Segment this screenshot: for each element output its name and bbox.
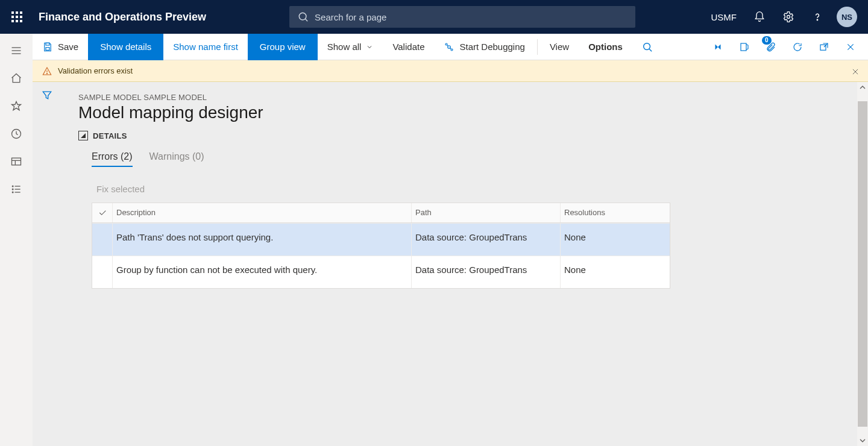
svg-point-9 bbox=[299, 13, 306, 20]
svg-point-22 bbox=[12, 189, 13, 190]
breadcrumb: SAMPLE MODEL SAMPLE MODEL bbox=[78, 93, 856, 102]
scrollbar[interactable] bbox=[857, 82, 868, 446]
collapse-icon bbox=[78, 131, 88, 140]
nav-recent[interactable] bbox=[0, 122, 33, 146]
message-text: Validation errors exist bbox=[58, 66, 133, 75]
select-all-header[interactable] bbox=[92, 203, 113, 222]
svg-rect-5 bbox=[20, 16, 22, 18]
svg-point-12 bbox=[817, 19, 817, 20]
attachments-badge: 0 bbox=[762, 36, 772, 45]
find-button[interactable] bbox=[632, 34, 662, 60]
errors-grid: Description Path Resolutions Path 'Trans… bbox=[92, 203, 670, 289]
nav-hamburger[interactable] bbox=[0, 39, 33, 63]
svg-rect-6 bbox=[11, 20, 14, 22]
scroll-up-icon[interactable] bbox=[860, 82, 866, 93]
table-row[interactable]: Path 'Trans' does not support querying. … bbox=[92, 223, 670, 256]
svg-rect-8 bbox=[20, 20, 22, 22]
svg-point-41 bbox=[46, 73, 47, 74]
search-box[interactable] bbox=[289, 6, 635, 28]
cell-path: Data source: GroupedTrans bbox=[412, 256, 561, 288]
svg-rect-26 bbox=[46, 43, 49, 45]
scroll-thumb[interactable] bbox=[858, 101, 867, 427]
save-icon bbox=[42, 42, 53, 52]
message-close[interactable] bbox=[849, 65, 862, 78]
show-details-button[interactable]: Show details bbox=[88, 34, 163, 60]
svg-point-11 bbox=[787, 16, 790, 19]
tab-errors[interactable]: Errors (2) bbox=[92, 151, 133, 167]
refresh-button[interactable] bbox=[785, 34, 810, 60]
company-label[interactable]: USMF bbox=[704, 12, 744, 22]
svg-rect-27 bbox=[46, 47, 49, 50]
show-all-label: Show all bbox=[327, 42, 362, 52]
svg-line-32 bbox=[450, 48, 451, 49]
page: SAMPLE MODEL SAMPLE MODEL Model mapping … bbox=[61, 82, 868, 446]
view-menu[interactable]: View bbox=[540, 34, 579, 60]
fix-selected-button[interactable]: Fix selected bbox=[96, 184, 856, 194]
attachments-button[interactable]: 0 bbox=[758, 34, 784, 60]
svg-rect-0 bbox=[11, 11, 14, 14]
nav-home[interactable] bbox=[0, 66, 33, 90]
filter-icon[interactable] bbox=[41, 89, 53, 446]
svg-point-33 bbox=[644, 43, 650, 49]
start-debugging-button[interactable]: Start Debugging bbox=[434, 34, 534, 60]
page-title: Model mapping designer bbox=[78, 103, 856, 122]
cell-path: Data source: GroupedTrans bbox=[412, 224, 561, 256]
help-button[interactable] bbox=[804, 0, 831, 34]
svg-point-29 bbox=[445, 43, 447, 45]
search-input[interactable] bbox=[315, 12, 627, 22]
svg-rect-2 bbox=[20, 11, 22, 14]
save-button[interactable]: Save bbox=[33, 34, 88, 60]
svg-rect-4 bbox=[16, 16, 18, 18]
col-path[interactable]: Path bbox=[412, 203, 561, 222]
start-debugging-label: Start Debugging bbox=[459, 42, 524, 52]
close-button[interactable] bbox=[838, 34, 863, 60]
svg-line-31 bbox=[447, 45, 448, 46]
message-bar: Validation errors exist bbox=[33, 60, 868, 82]
filter-rail bbox=[33, 82, 61, 446]
app-title: Finance and Operations Preview bbox=[34, 11, 206, 24]
separator bbox=[537, 39, 538, 55]
action-bar: Save Show details Show name first Group … bbox=[33, 34, 868, 60]
personalize-button[interactable] bbox=[705, 34, 731, 60]
col-resolutions[interactable]: Resolutions bbox=[561, 203, 671, 222]
svg-point-30 bbox=[451, 49, 453, 51]
section-label: DETAILS bbox=[93, 131, 127, 140]
svg-line-34 bbox=[649, 49, 652, 51]
grid-header: Description Path Resolutions bbox=[92, 203, 670, 223]
nav-favorites[interactable] bbox=[0, 94, 33, 118]
svg-rect-1 bbox=[16, 11, 18, 14]
svg-rect-17 bbox=[12, 158, 21, 165]
search-icon bbox=[298, 11, 309, 22]
settings-button[interactable] bbox=[775, 0, 802, 34]
svg-point-24 bbox=[12, 192, 13, 193]
nav-workspaces[interactable] bbox=[0, 149, 33, 174]
tab-warnings[interactable]: Warnings (0) bbox=[149, 151, 204, 167]
save-label: Save bbox=[58, 42, 78, 52]
row-selector[interactable] bbox=[92, 256, 113, 288]
popout-button[interactable] bbox=[811, 34, 837, 60]
validate-button[interactable]: Validate bbox=[383, 34, 434, 60]
cell-description: Group by function can not be executed wi… bbox=[113, 256, 412, 288]
app-launcher[interactable] bbox=[5, 0, 29, 34]
open-office-button[interactable] bbox=[732, 34, 757, 60]
cell-resolutions: None bbox=[561, 224, 671, 256]
show-all-dropdown[interactable]: Show all bbox=[318, 34, 383, 60]
left-rail bbox=[0, 34, 33, 446]
row-selector[interactable] bbox=[92, 224, 113, 256]
avatar[interactable]: NS bbox=[837, 7, 857, 27]
scroll-down-icon[interactable] bbox=[860, 435, 866, 446]
chevron-down-icon bbox=[366, 43, 373, 51]
svg-rect-3 bbox=[11, 16, 14, 18]
nav-modules[interactable] bbox=[0, 177, 33, 201]
table-row[interactable]: Group by function can not be executed wi… bbox=[92, 256, 670, 288]
notifications-button[interactable] bbox=[746, 0, 773, 34]
warning-icon bbox=[42, 66, 52, 76]
svg-line-10 bbox=[306, 19, 308, 22]
show-name-first-button[interactable]: Show name first bbox=[163, 34, 248, 60]
options-menu[interactable]: Options bbox=[579, 34, 632, 60]
cell-resolutions: None bbox=[561, 256, 671, 288]
col-description[interactable]: Description bbox=[113, 203, 412, 222]
debug-icon bbox=[444, 42, 454, 52]
details-section-header[interactable]: DETAILS bbox=[78, 131, 856, 140]
group-view-button[interactable]: Group view bbox=[248, 34, 318, 60]
